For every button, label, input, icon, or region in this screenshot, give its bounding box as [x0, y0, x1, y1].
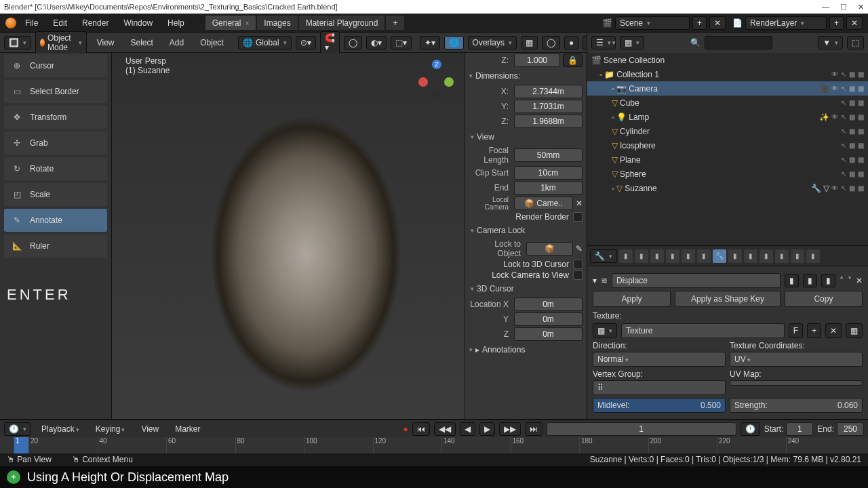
move-down-icon[interactable]: ˅	[848, 276, 852, 285]
ptab-physics[interactable]: ▮	[744, 249, 757, 263]
texcoord-select[interactable]: UV	[730, 352, 863, 367]
preview-range-icon[interactable]: 🕐	[741, 422, 760, 436]
modifier-name-field[interactable]: Displace	[612, 273, 781, 288]
menu-window[interactable]: Window	[117, 16, 159, 30]
ptab-mesh[interactable]: ▮	[775, 249, 789, 263]
shading-wire[interactable]: ◯	[542, 36, 560, 49]
layer-del-button[interactable]: ✕	[846, 16, 863, 30]
vgroup-field[interactable]: ⠿	[593, 380, 726, 395]
axis-y-icon[interactable]	[444, 77, 454, 87]
outliner-row-collection[interactable]: ◦📁Collection 1👁↖▦▦	[587, 67, 868, 81]
locktoobj-field[interactable]: 📦	[526, 242, 573, 256]
outliner-row-icosphere[interactable]: ▽Icosphere↖▦▦	[587, 138, 868, 152]
ptab-object[interactable]: ▮	[697, 249, 711, 263]
texture-new-button[interactable]: +	[807, 323, 821, 338]
fakeuser-button[interactable]: F	[789, 323, 803, 338]
lock-icon[interactable]: 🔒	[563, 54, 583, 67]
grid-icon[interactable]: ▦	[849, 70, 855, 78]
tool-cursor[interactable]: ⊕Cursor	[4, 54, 107, 77]
workspace-tab-images[interactable]: Images	[257, 16, 297, 30]
outliner-row-suzanne[interactable]: ◦▽Suzanne🔧▽👁↖▦▦	[587, 181, 868, 195]
view3d-menu-select[interactable]: Select	[124, 36, 159, 49]
timeline-view-menu[interactable]: View	[135, 422, 165, 436]
outliner-row-plane[interactable]: ▽Plane↖▦▦	[587, 152, 868, 167]
ptab-viewlayer[interactable]: ▮	[650, 249, 664, 263]
timeline-marker-menu[interactable]: Marker	[169, 422, 206, 436]
mod-render-toggle[interactable]: ▮	[785, 274, 799, 287]
overlay-globe[interactable]: 🌐	[444, 36, 464, 49]
close-button[interactable]: ✕	[858, 3, 864, 12]
axis-neg-icon[interactable]	[432, 89, 441, 99]
tool-scale[interactable]: ◰Scale	[4, 183, 107, 206]
minimize-button[interactable]: —	[822, 3, 829, 12]
tool-annotate[interactable]: ✎Annotate	[4, 209, 107, 232]
renderborder-checkbox[interactable]	[573, 212, 583, 222]
workspace-add-button[interactable]: +	[386, 16, 404, 30]
outliner-display-selector[interactable]: ▦	[620, 36, 644, 49]
strength-field[interactable]: Strength:0.060	[730, 398, 863, 413]
layer-button[interactable]: ⬚▾	[391, 36, 412, 49]
localcam-field[interactable]: 📦 Came..	[514, 197, 573, 210]
filter-icon[interactable]: ▼	[818, 36, 843, 49]
direction-select[interactable]: Normal	[593, 352, 726, 367]
key-next-icon[interactable]: ▶▶	[499, 422, 521, 436]
play-icon[interactable]: ▶	[479, 422, 495, 436]
view3d-menu-add[interactable]: Add	[163, 36, 190, 49]
ptab-particles[interactable]: ▮	[728, 249, 742, 263]
clipend-field[interactable]: 1km	[514, 181, 583, 195]
apply-shape-button[interactable]: Apply as Shape Key	[675, 291, 781, 307]
axis-x-icon[interactable]	[418, 77, 428, 87]
playhead[interactable]: 1	[14, 437, 28, 453]
timeline-ruler[interactable]: 1 20 40 60 80 100 120 140 160 180 200 22…	[0, 437, 868, 453]
texture-browse-icon[interactable]: ▩	[593, 323, 617, 338]
mode-selector[interactable]: Object Mode	[35, 31, 87, 54]
outliner-row-scene[interactable]: 🎬Scene Collection	[587, 53, 868, 67]
uvmap-field[interactable]	[730, 380, 863, 386]
dim-y-field[interactable]: 1.7031m	[514, 100, 583, 113]
layer-add-button[interactable]: +	[829, 16, 844, 30]
outliner-row-cylinder[interactable]: ▽Cylinder↖▦▦	[587, 124, 868, 138]
ptab-material[interactable]: ▮	[791, 249, 804, 263]
properties-type-selector[interactable]: 🔧	[590, 249, 617, 263]
outliner-row-lamp[interactable]: ◦💡Lamp✨👁↖▦▦	[587, 110, 868, 124]
clipstart-field[interactable]: 10cm	[514, 166, 583, 180]
cursor-y-field[interactable]: 0m	[514, 312, 583, 326]
lockto3d-checkbox[interactable]	[573, 260, 583, 269]
ptab-render[interactable]: ▮	[619, 249, 633, 263]
texture-show-button[interactable]: ▦	[846, 323, 863, 338]
ptab-texture[interactable]: ▮	[806, 249, 820, 263]
editor-type-selector[interactable]: 🔳	[4, 36, 31, 49]
menu-edit[interactable]: Edit	[47, 16, 73, 30]
copy-button[interactable]: Copy	[785, 291, 863, 307]
play-rev-icon[interactable]: ◀	[460, 422, 475, 436]
tool-ruler[interactable]: 📐Ruler	[4, 235, 107, 258]
dim-x-field[interactable]: 2.7344m	[514, 85, 583, 98]
ptab-world[interactable]: ▮	[682, 249, 695, 263]
orientation-selector[interactable]: 🌐 Global	[238, 36, 292, 49]
renderlayer-selector[interactable]: RenderLayer	[745, 16, 827, 30]
end-frame-field[interactable]: 250	[837, 422, 864, 436]
cursor-z-field[interactable]: 0m	[514, 327, 583, 341]
tool-rotate[interactable]: ↻Rotate	[4, 157, 107, 180]
jump-start-icon[interactable]: ⏮	[412, 422, 430, 436]
chevron-down-icon[interactable]: ▾	[593, 276, 597, 285]
ptab-constraint[interactable]: ▮	[760, 249, 773, 263]
menu-file[interactable]: File	[19, 16, 44, 30]
timeline-keying-menu[interactable]: Keying	[90, 422, 132, 436]
xray-toggle[interactable]: ▦	[521, 36, 538, 49]
shading-solid[interactable]: ●	[564, 36, 578, 49]
cursor-x-field[interactable]: 0m	[514, 298, 583, 311]
move-up-icon[interactable]: ˄	[840, 276, 844, 285]
proportional-toggle[interactable]: ◯	[344, 36, 362, 49]
axis-z-icon[interactable]: Z	[432, 60, 441, 69]
scene-add-button[interactable]: +	[692, 16, 707, 30]
apply-button[interactable]: Apply	[593, 291, 671, 307]
autokey-icon[interactable]: ●	[403, 424, 408, 434]
menu-render[interactable]: Render	[76, 16, 115, 30]
prop-falloff[interactable]: ◐▾	[366, 36, 387, 49]
tool-transform[interactable]: ✥Transform	[4, 106, 107, 129]
jump-end-icon[interactable]: ⏭	[525, 422, 542, 436]
maximize-button[interactable]: ☐	[840, 3, 847, 12]
view3d-menu-object[interactable]: Object	[194, 36, 230, 49]
cursor3d-header[interactable]: 3D Cursor	[465, 281, 587, 297]
